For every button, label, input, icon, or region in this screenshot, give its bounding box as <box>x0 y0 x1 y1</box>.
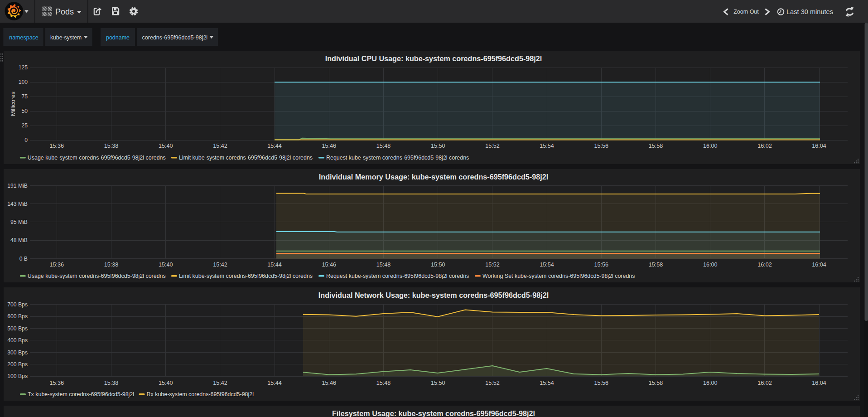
svg-text:Rx kube-system coredns-695f96d: Rx kube-system coredns-695f96dcd5-98j2l <box>147 391 254 398</box>
svg-text:15:36: 15:36 <box>50 143 64 149</box>
svg-text:50: 50 <box>21 108 28 114</box>
svg-text:16:00: 16:00 <box>703 380 718 386</box>
svg-text:Request kube-system coredns-69: Request kube-system coredns-695f96dcd5-9… <box>326 273 469 279</box>
svg-text:15:48: 15:48 <box>376 380 391 386</box>
svg-text:namespace: namespace <box>9 34 39 41</box>
svg-text:16:04: 16:04 <box>812 262 826 268</box>
svg-text:15:46: 15:46 <box>322 380 337 386</box>
svg-text:15:42: 15:42 <box>213 380 227 386</box>
svg-text:125: 125 <box>19 64 28 71</box>
svg-text:15:36: 15:36 <box>50 262 64 268</box>
svg-text:coredns-695f96dcd5-98j2l: coredns-695f96dcd5-98j2l <box>142 34 208 41</box>
svg-text:15:40: 15:40 <box>159 380 173 386</box>
svg-text:143 MiB: 143 MiB <box>7 201 28 207</box>
svg-text:Request kube-system coredns-69: Request kube-system coredns-695f96dcd5-9… <box>326 155 469 161</box>
svg-text:15:52: 15:52 <box>485 143 500 149</box>
svg-text:Individual Memory Usage: kube-: Individual Memory Usage: kube-system cor… <box>319 173 549 181</box>
svg-text:100 Bps: 100 Bps <box>7 373 28 379</box>
svg-text:200 Bps: 200 Bps <box>7 361 28 368</box>
svg-text:15:58: 15:58 <box>649 143 663 149</box>
svg-text:15:44: 15:44 <box>267 143 282 149</box>
svg-text:15:56: 15:56 <box>594 143 609 149</box>
svg-text:Millicores: Millicores <box>10 91 16 116</box>
svg-text:15:38: 15:38 <box>104 380 119 386</box>
svg-text:16:02: 16:02 <box>757 143 772 149</box>
svg-text:95 MiB: 95 MiB <box>10 219 28 225</box>
svg-text:Usage kube-system coredns-695f: Usage kube-system coredns-695f96dcd5-98j… <box>28 155 166 161</box>
svg-text:Pods: Pods <box>55 7 74 16</box>
svg-text:15:52: 15:52 <box>485 380 500 386</box>
svg-text:16:04: 16:04 <box>812 380 826 386</box>
svg-text:Zoom Out: Zoom Out <box>733 9 759 15</box>
svg-text:Last 30 minutes: Last 30 minutes <box>786 8 833 15</box>
svg-text:15:48: 15:48 <box>376 262 391 268</box>
svg-text:15:54: 15:54 <box>540 262 554 268</box>
svg-text:600 Bps: 600 Bps <box>7 313 28 320</box>
svg-text:Tx kube-system coredns-695f96d: Tx kube-system coredns-695f96dcd5-98j2l <box>28 391 134 398</box>
svg-text:15:38: 15:38 <box>104 143 119 149</box>
svg-text:Individual Network Usage: kube: Individual Network Usage: kube-system co… <box>318 291 549 299</box>
svg-text:Usage kube-system coredns-695f: Usage kube-system coredns-695f96dcd5-98j… <box>28 273 166 279</box>
svg-text:15:52: 15:52 <box>485 262 500 268</box>
svg-text:15:58: 15:58 <box>649 262 663 268</box>
svg-text:191 MiB: 191 MiB <box>7 183 28 189</box>
svg-text:15:44: 15:44 <box>267 262 282 268</box>
svg-text:15:48: 15:48 <box>376 143 391 149</box>
svg-text:100: 100 <box>19 79 28 85</box>
svg-text:15:44: 15:44 <box>267 380 282 386</box>
svg-text:15:46: 15:46 <box>322 143 337 149</box>
svg-text:16:02: 16:02 <box>757 380 772 386</box>
svg-text:15:56: 15:56 <box>594 380 609 386</box>
svg-text:0: 0 <box>24 137 28 143</box>
svg-text:15:56: 15:56 <box>594 262 609 268</box>
svg-text:15:36: 15:36 <box>50 380 64 386</box>
svg-text:16:00: 16:00 <box>703 143 718 149</box>
svg-text:15:38: 15:38 <box>104 262 119 268</box>
svg-text:15:58: 15:58 <box>649 380 663 386</box>
svg-text:kube-system: kube-system <box>50 34 82 41</box>
svg-text:Limit kube-system coredns-695f: Limit kube-system coredns-695f96dcd5-98j… <box>179 155 313 161</box>
svg-text:25: 25 <box>21 122 28 129</box>
svg-text:Filesystem Usage: kube-system: Filesystem Usage: kube-system coredns-69… <box>332 409 535 417</box>
svg-text:15:42: 15:42 <box>213 262 227 268</box>
svg-text:16:04: 16:04 <box>812 143 826 149</box>
svg-text:700 Bps: 700 Bps <box>7 301 28 308</box>
svg-text:15:40: 15:40 <box>159 143 173 149</box>
svg-text:16:02: 16:02 <box>757 262 772 268</box>
svg-text:16:00: 16:00 <box>703 262 718 268</box>
svg-text:Limit kube-system coredns-695f: Limit kube-system coredns-695f96dcd5-98j… <box>179 273 313 279</box>
svg-text:15:54: 15:54 <box>540 143 554 149</box>
svg-text:0 B: 0 B <box>19 256 28 262</box>
svg-text:15:46: 15:46 <box>322 262 337 268</box>
svg-text:Working Set kube-system coredn: Working Set kube-system coredns-695f96dc… <box>482 273 635 279</box>
svg-text:15:54: 15:54 <box>540 380 554 386</box>
svg-text:15:50: 15:50 <box>431 262 445 268</box>
svg-text:15:40: 15:40 <box>159 262 173 268</box>
svg-text:podname: podname <box>106 34 130 41</box>
svg-text:15:42: 15:42 <box>213 143 227 149</box>
svg-text:500 Bps: 500 Bps <box>7 325 28 332</box>
svg-text:75: 75 <box>21 93 28 100</box>
svg-text:400 Bps: 400 Bps <box>7 337 28 344</box>
svg-text:15:50: 15:50 <box>431 380 445 386</box>
svg-text:15:50: 15:50 <box>431 143 445 149</box>
svg-text:48 MiB: 48 MiB <box>10 237 28 243</box>
svg-text:Individual CPU Usage: kube-sys: Individual CPU Usage: kube-system coredn… <box>325 54 542 63</box>
svg-text:300 Bps: 300 Bps <box>7 349 28 356</box>
